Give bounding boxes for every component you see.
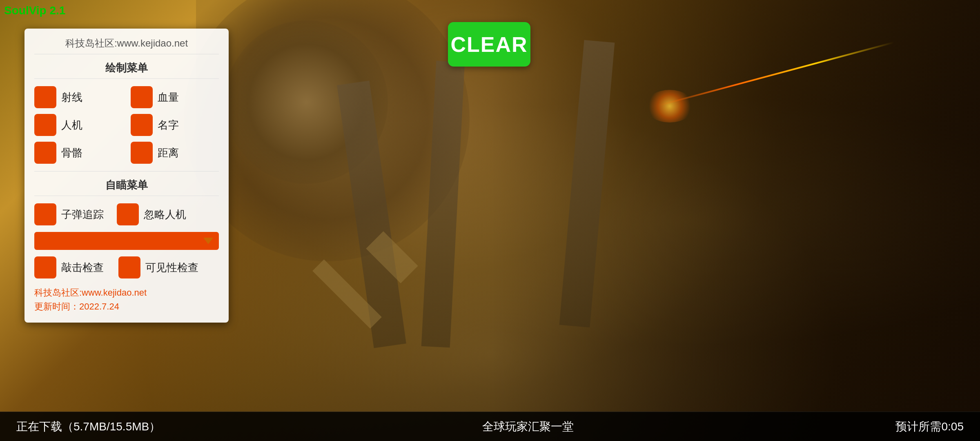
slider-row[interactable] [34,232,219,250]
toggle-name-btn[interactable] [131,114,153,136]
toggle-bot: 人机 [34,114,122,136]
status-bar: 正在下载（5.7MB/15.5MB） 全球玩家汇聚一堂 预计所需0:05 [0,412,980,441]
toggle-ignore-bot-label: 忽略人机 [144,207,186,222]
toggle-health-btn[interactable] [131,86,153,108]
footer-website: 科技岛社区:www.kejidao.net [34,287,219,299]
clear-button[interactable]: CLEAR [448,22,530,67]
toggle-hit-check: 敲击检查 [34,256,104,278]
slider-track[interactable] [34,232,219,250]
muzzle-flash [645,90,694,122]
footer-update-label: 更新时间： [34,301,79,312]
toggle-visibility-check: 可见性检查 [118,256,198,278]
panel-footer: 科技岛社区:www.kejidao.net 更新时间：2022.7.24 [34,287,219,313]
toggle-skeleton-btn[interactable] [34,142,56,164]
toggle-hit-check-label: 敲击检查 [61,261,104,275]
toggle-bot-btn[interactable] [34,114,56,136]
bg-right-gradient [490,0,980,441]
toggle-health: 血量 [131,86,219,108]
overlay-panel: 科技岛社区:www.kejidao.net 绘制菜单 射线 血量 人机 名字 骨… [24,29,229,323]
toggle-bullet-track: 子弹追踪 [34,203,104,225]
draw-menu-grid: 射线 血量 人机 名字 骨骼 距离 [34,86,219,164]
toggle-ignore-bot: 忽略人机 [117,203,186,225]
slider-arrow-icon [203,238,213,244]
self-aim-menu-title: 自瞄菜单 [34,178,219,196]
self-aim-row-1: 子弹追踪 忽略人机 [34,203,219,225]
toggle-visibility-check-btn[interactable] [118,256,140,278]
toggle-visibility-check-label: 可见性检查 [145,261,198,275]
toggle-shootline-label: 射线 [61,90,82,105]
toggle-distance: 距离 [131,142,219,164]
toggle-shootline-btn[interactable] [34,86,56,108]
toggle-shootline: 射线 [34,86,122,108]
toggle-bullet-track-btn[interactable] [34,203,56,225]
toggle-skeleton: 骨骼 [34,142,122,164]
time-status: 预计所需0:05 [895,419,964,434]
section-divider-1 [34,171,219,172]
bottom-toggle-row: 敲击检查 可见性检查 [34,256,219,278]
toggle-bot-label: 人机 [61,118,82,132]
app-title: SoulVip 2.1 [4,4,65,17]
toggle-name: 名字 [131,114,219,136]
toggle-name-label: 名字 [158,118,179,132]
panel-website-header: 科技岛社区:www.kejidao.net [34,37,219,54]
draw-menu-title: 绘制菜单 [34,61,219,79]
toggle-skeleton-label: 骨骼 [61,146,82,160]
toggle-health-label: 血量 [158,90,179,105]
footer-update: 更新时间：2022.7.24 [34,301,219,313]
download-status: 正在下载（5.7MB/15.5MB） [16,419,160,434]
toggle-ignore-bot-btn[interactable] [117,203,139,225]
center-status: 全球玩家汇聚一堂 [482,419,574,434]
toggle-distance-label: 距离 [158,146,179,160]
toggle-distance-btn[interactable] [131,142,153,164]
footer-update-date: 2022.7.24 [79,301,119,312]
toggle-bullet-track-label: 子弹追踪 [61,207,104,222]
toggle-hit-check-btn[interactable] [34,256,56,278]
